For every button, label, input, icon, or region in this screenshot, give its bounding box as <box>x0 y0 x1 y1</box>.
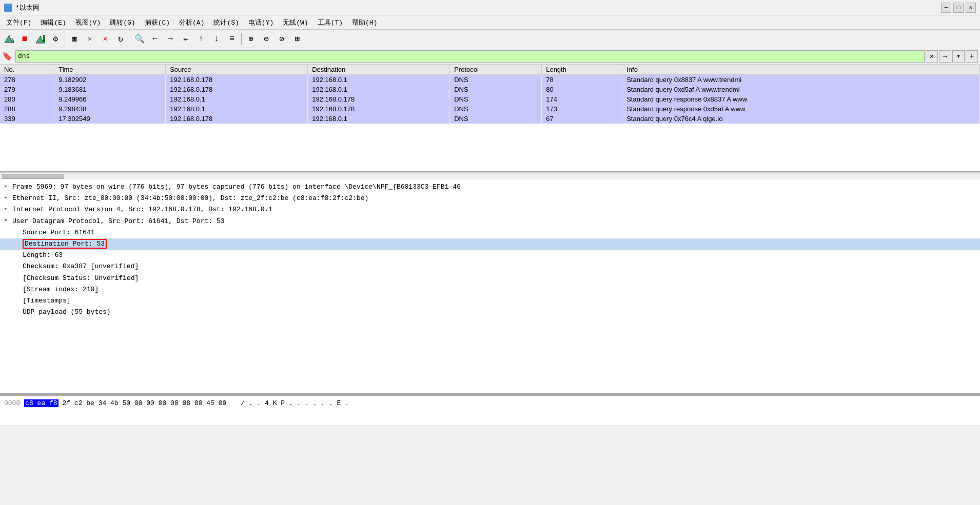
hex-view: 0000 c8 ea f8 2f c2 be 34 4b 50 00 00 00… <box>0 395 980 426</box>
restore-button[interactable]: □ <box>953 3 964 13</box>
stop-capture-button[interactable]: ■ <box>17 32 32 46</box>
detail-line-ip[interactable]: ▸Internet Protocol Version 4, Src: 192.1… <box>0 204 980 215</box>
table-row[interactable]: 2799.183681192.168.0.178192.168.0.1DNS80… <box>0 85 980 94</box>
hex-remaining-bytes: 2f c2 be 34 4b 50 00 00 00 00 08 00 45 0… <box>62 399 226 407</box>
detail-line-src-port[interactable]: Source Port: 61641 <box>0 227 980 238</box>
detail-text-dst-port: Destination Port: 53 <box>23 239 976 249</box>
menu-edit[interactable]: 编辑(E) <box>36 17 70 28</box>
expand-icon[interactable]: ▸ <box>4 183 10 190</box>
table-cell: DNS <box>450 104 542 114</box>
scrollbar-thumb[interactable] <box>2 174 64 179</box>
hex-bytes-selected: c8 ea f8 2f c2 be 34 4b 50 00 00 00 00 0… <box>24 398 226 409</box>
table-cell: 192.168.0.178 <box>308 104 450 114</box>
close-button[interactable]: ✕ <box>966 3 976 13</box>
minimize-button[interactable]: ─ <box>941 3 951 13</box>
detail-line-udp[interactable]: ▾User Datagram Protocol, Src Port: 61641… <box>0 216 980 227</box>
close-file-button[interactable]: ✕ <box>98 32 112 46</box>
detail-line-checksum[interactable]: Checksum: 0xa387 [unverified] <box>0 261 980 272</box>
table-cell: 278 <box>0 75 54 85</box>
table-cell: Standard query response 0xd5af A www <box>622 104 980 114</box>
reload-button[interactable]: ↻ <box>113 32 128 46</box>
menu-phone[interactable]: 电话(Y) <box>244 17 278 28</box>
zoom-reset-button[interactable]: ⊘ <box>275 32 289 46</box>
detail-line-dst-port[interactable]: Destination Port: 53 <box>0 238 980 250</box>
open-file-button[interactable]: ▦ <box>67 32 82 46</box>
col-source: Source <box>166 65 308 75</box>
resize-columns-button[interactable]: ⊞ <box>290 32 304 46</box>
table-cell: 280 <box>0 94 54 104</box>
detail-line-stream-index[interactable]: [Stream index: 210] <box>0 284 980 295</box>
filter-dropdown-button[interactable]: ▾ <box>952 50 965 63</box>
restart-capture-button[interactable] <box>33 32 47 46</box>
table-row[interactable]: 2789.182902192.168.0.178192.168.0.1DNS78… <box>0 75 980 85</box>
detail-text-frame: Frame 5969: 97 bytes on wire (776 bits),… <box>12 183 976 192</box>
detail-line-udp-payload[interactable]: UDP payload (55 bytes) <box>0 307 980 318</box>
packet-table-header: No. Time Source Destination Protocol Len… <box>0 65 980 75</box>
table-cell: 192.168.0.1 <box>308 85 450 94</box>
detail-line-length[interactable]: Length: 63 <box>0 250 980 261</box>
shark-icon <box>4 33 15 45</box>
zoom-out-button[interactable]: ⊖ <box>259 32 273 46</box>
table-cell: 192.168.0.178 <box>166 75 308 85</box>
table-row[interactable]: 2809.249966192.168.0.1192.168.0.178DNS17… <box>0 94 980 104</box>
new-capture-button[interactable] <box>2 32 16 46</box>
zoom-in-button[interactable]: ⊕ <box>244 32 258 46</box>
svg-rect-2 <box>43 35 45 42</box>
hex-ascii: / . . 4 K P . . . . . . E . <box>241 398 349 409</box>
detail-text-udp: User Datagram Protocol, Src Port: 61641,… <box>12 217 976 226</box>
table-row[interactable]: 2889.298438192.168.0.1192.168.0.178DNS17… <box>0 104 980 114</box>
menu-capture[interactable]: 捕获(C) <box>141 17 174 28</box>
col-time: Time <box>54 65 166 75</box>
menu-tools[interactable]: 工具(T) <box>313 17 347 28</box>
expand-icon[interactable]: ▸ <box>4 205 10 213</box>
svg-marker-0 <box>5 35 14 43</box>
menu-wireless[interactable]: 无线(W) <box>279 17 312 28</box>
detail-line-ethernet[interactable]: ▸Ethernet II, Src: zte_00:00:00 (34:4b:5… <box>0 193 980 204</box>
menu-go[interactable]: 跳转(G) <box>106 17 139 28</box>
filter-input[interactable] <box>15 50 925 63</box>
hex-selected-bytes: c8 ea f8 <box>24 399 58 407</box>
table-cell: DNS <box>450 114 542 124</box>
go-packet-button[interactable]: ⇤ <box>179 32 193 46</box>
filter-actions: ✕ → ▾ + <box>926 50 978 63</box>
filter-clear-button[interactable]: ✕ <box>926 50 938 63</box>
table-cell: DNS <box>450 94 542 104</box>
menu-view[interactable]: 视图(V) <box>71 17 105 28</box>
forward-button[interactable]: → <box>163 32 178 46</box>
table-cell: 192.168.0.178 <box>166 114 308 124</box>
bookmark-icon[interactable]: 🔖 <box>2 51 12 62</box>
detail-text-ethernet: Ethernet II, Src: zte_00:00:00 (34:4b:50… <box>12 194 976 203</box>
filter-add-button[interactable]: + <box>966 50 978 63</box>
menu-file[interactable]: 文件(F) <box>2 17 35 28</box>
packet-list-scrollbar[interactable] <box>0 172 980 179</box>
table-cell: 192.168.0.178 <box>308 94 450 104</box>
first-packet-button[interactable]: ↑ <box>194 32 208 46</box>
table-row[interactable]: 33917.302549192.168.0.178192.168.0.1DNS6… <box>0 114 980 124</box>
packet-list[interactable]: No. Time Source Destination Protocol Len… <box>0 65 980 172</box>
table-cell: 174 <box>542 94 622 104</box>
table-cell: DNS <box>450 75 542 85</box>
expand-button[interactable]: ≡ <box>225 32 239 46</box>
detail-line-checksum-status[interactable]: [Checksum Status: Unverified] <box>0 273 980 284</box>
save-file-button[interactable]: ✕ <box>83 32 97 46</box>
detail-text-checksum: Checksum: 0xa387 [unverified] <box>23 262 976 271</box>
expand-icon[interactable]: ▸ <box>4 194 10 201</box>
find-button[interactable]: 🔍 <box>132 32 147 46</box>
menu-help[interactable]: 帮助(H) <box>348 17 381 28</box>
detail-text-src-port: Source Port: 61641 <box>23 228 976 237</box>
packet-table-header-row: No. Time Source Destination Protocol Len… <box>0 65 980 75</box>
table-cell: Standard query 0xd5af A www.trendmi <box>622 85 980 94</box>
col-info: Info <box>622 65 980 75</box>
back-button[interactable]: ← <box>148 32 162 46</box>
detail-line-frame[interactable]: ▸Frame 5969: 97 bytes on wire (776 bits)… <box>0 181 980 193</box>
detail-line-timestamps[interactable]: [Timestamps] <box>0 295 980 307</box>
last-packet-button[interactable]: ↓ <box>209 32 224 46</box>
detail-text-checksum-status: [Checksum Status: Unverified] <box>23 274 976 283</box>
capture-options-button[interactable]: ⚙ <box>48 32 63 46</box>
table-cell: 192.168.0.1 <box>308 114 450 124</box>
menu-analyze[interactable]: 分析(A) <box>175 17 208 28</box>
menu-stats[interactable]: 统计(S) <box>209 17 243 28</box>
packet-detail[interactable]: ▸Frame 5969: 97 bytes on wire (776 bits)… <box>0 179 980 395</box>
filter-apply-button[interactable]: → <box>939 50 951 63</box>
expand-icon[interactable]: ▾ <box>4 217 10 225</box>
